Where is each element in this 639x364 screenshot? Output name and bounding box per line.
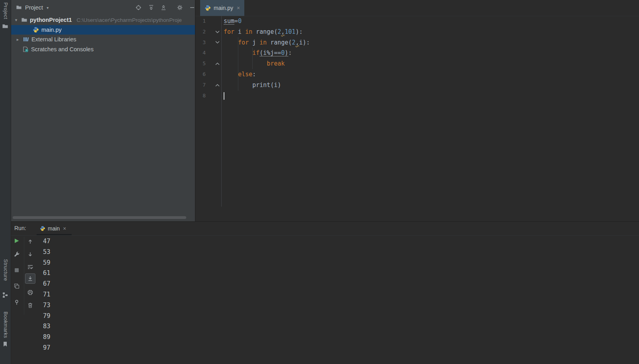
console-line: 67 (43, 279, 51, 289)
stripe-structure-label: Structure (3, 259, 8, 281)
print-button[interactable] (25, 288, 35, 297)
editor-tab-label: main.py (214, 5, 233, 11)
line-number: 7 (195, 80, 206, 91)
project-folder-icon[interactable] (2, 23, 9, 30)
structure-icon[interactable] (2, 292, 9, 298)
stop-button[interactable] (12, 265, 21, 275)
horizontal-scrollbar[interactable] (13, 216, 186, 219)
edit-configuration-wrench-button[interactable] (12, 250, 21, 259)
tree-item-label: Scratches and Consoles (31, 46, 94, 52)
run-tab-underline (37, 234, 72, 235)
code-text: for j in range(2,i): (224, 37, 310, 48)
toolbar-separator (24, 237, 24, 315)
stripe-bookmarks-label: Bookmarks (3, 312, 8, 338)
line-number: 2 (195, 27, 206, 37)
code-line[interactable]: 2for i in range(2,101): (195, 27, 639, 37)
editor-tab-bar: main.py × (195, 0, 639, 16)
chevron-collapsed-icon[interactable]: ▸ (15, 37, 20, 42)
chevron-down-icon[interactable]: ▾ (47, 6, 49, 10)
console-output[interactable]: 4753596167717379838997 (43, 236, 51, 353)
locate-file-button[interactable] (135, 4, 142, 11)
line-number: 1 (195, 16, 206, 27)
tree-row-root[interactable]: ▾ pythonProject1 C:\Users\acer\PycharmPr… (11, 15, 195, 25)
tree-item-label: main.py (41, 27, 62, 33)
text-caret (224, 92, 224, 100)
up-stack-trace-button[interactable] (25, 237, 35, 246)
folder-icon (21, 17, 27, 23)
line-number: 5 (195, 58, 206, 69)
libraries-icon (23, 36, 29, 43)
console-line: 97 (43, 343, 51, 353)
code-editor[interactable]: 1sum=02for i in range(2,101):3 for j in … (195, 16, 639, 101)
python-file-icon (33, 27, 39, 33)
project-tree: ▾ pythonProject1 C:\Users\acer\PycharmPr… (11, 15, 195, 54)
rerun-button[interactable] (12, 236, 21, 246)
python-file-icon (40, 226, 45, 231)
project-view-title[interactable]: Project (25, 4, 43, 11)
code-text: for i in range(2,101): (224, 27, 303, 37)
code-line[interactable]: 1sum=0 (195, 16, 639, 27)
project-root-name: pythonProject1 (30, 17, 72, 23)
code-line[interactable]: 4 if(i%j==0): (195, 48, 639, 58)
hide-panel-button[interactable] (189, 4, 195, 11)
project-view-icon[interactable] (16, 4, 22, 11)
stripe-project-label: Project (3, 2, 8, 19)
console-line: 73 (43, 300, 51, 311)
collapse-all-button[interactable] (160, 4, 167, 11)
run-tab-main[interactable]: main × (37, 222, 69, 235)
line-number: 3 (195, 37, 206, 48)
line-number: 6 (195, 69, 206, 80)
fold-up-icon[interactable] (214, 58, 220, 69)
run-header: Run: main × (11, 222, 639, 236)
stripe-structure-button[interactable]: Structure (0, 259, 11, 281)
run-tab-label: main (48, 225, 60, 232)
stripe-bookmarks-button[interactable]: Bookmarks (0, 312, 11, 338)
code-line[interactable]: 8 (195, 91, 639, 101)
clear-all-button[interactable] (25, 300, 35, 310)
tool-window-stripe-left: Project Structure Bookmarks (0, 0, 11, 364)
tree-item-label: External Libraries (31, 36, 76, 43)
fold-down-icon[interactable] (214, 37, 220, 48)
console-line: 53 (43, 247, 51, 258)
panel-splitter[interactable] (195, 0, 195, 221)
console-line: 79 (43, 311, 51, 321)
tree-row-main-py[interactable]: main.py (11, 25, 195, 35)
line-number: 4 (195, 48, 206, 58)
settings-gear-icon[interactable] (177, 4, 183, 11)
console-line: 89 (43, 332, 51, 343)
console-line: 59 (43, 258, 51, 268)
scratches-icon (22, 46, 29, 52)
expand-all-button[interactable] (148, 4, 154, 11)
run-label: Run: (14, 225, 26, 231)
run-tool-window: Run: main × (11, 221, 639, 364)
python-file-icon (205, 5, 211, 11)
bookmark-icon[interactable] (2, 341, 9, 348)
editor-tab-main-py[interactable]: main.py × (200, 0, 244, 16)
code-line[interactable]: 7 print(i) (195, 80, 639, 91)
console-line: 47 (43, 236, 51, 247)
close-tab-icon[interactable]: × (63, 225, 66, 232)
restore-layout-button[interactable] (12, 281, 21, 291)
chevron-expanded-icon[interactable]: ▾ (14, 17, 19, 23)
code-text: sum=0 (224, 16, 242, 27)
code-line[interactable]: 6 else: (195, 69, 639, 80)
tree-row-external-libraries[interactable]: ▸ External Libraries (11, 35, 195, 45)
stripe-project-button[interactable]: Project (0, 2, 11, 19)
close-tab-icon[interactable]: × (237, 5, 240, 11)
pin-tab-button[interactable] (12, 298, 21, 307)
console-line: 83 (43, 321, 51, 332)
console-line: 71 (43, 289, 51, 300)
editor-area: main.py × 1sum=02for i in range(2,101):3… (195, 0, 639, 221)
code-line[interactable]: 5 break (195, 58, 639, 69)
scroll-to-end-button[interactable] (25, 273, 35, 284)
ide-window: Project Structure Bookmarks Project ▾ (0, 0, 639, 364)
soft-wrap-button[interactable] (25, 262, 35, 272)
fold-down-icon[interactable] (214, 27, 220, 37)
tree-row-scratches[interactable]: Scratches and Consoles (11, 45, 195, 54)
code-text: break (224, 58, 285, 69)
fold-up-icon[interactable] (214, 80, 220, 91)
code-line[interactable]: 3 for j in range(2,i): (195, 37, 639, 48)
down-stack-trace-button[interactable] (25, 250, 35, 259)
project-header: Project ▾ (11, 0, 195, 15)
project-tool-window: Project ▾ ▾ pytho (11, 0, 195, 221)
